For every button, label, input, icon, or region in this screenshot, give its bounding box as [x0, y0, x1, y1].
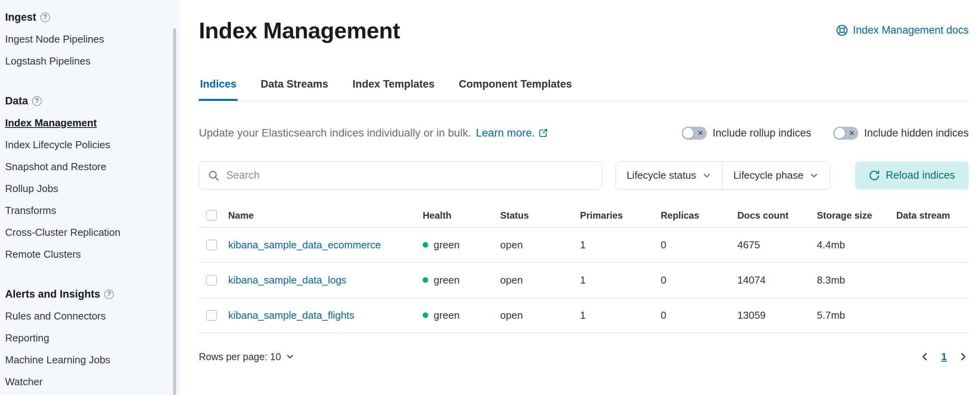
column-header-health: Health — [423, 205, 500, 228]
table-row: kibana_sample_data_logs green open 1 0 1… — [199, 262, 969, 298]
table-row: kibana_sample_data_flights green open 1 … — [199, 298, 969, 333]
sidebar-item-logstash-pipelines[interactable]: Logstash Pipelines — [5, 50, 168, 72]
status-cell: open — [500, 262, 580, 298]
tab-component-templates[interactable]: Component Templates — [458, 78, 573, 101]
reload-indices-button[interactable]: Reload indices — [855, 162, 969, 190]
learn-more-link[interactable]: Learn more. — [476, 127, 548, 139]
reload-indices-label: Reload indices — [886, 169, 955, 181]
column-header-docs-count: Docs count — [737, 205, 817, 228]
main-content: Index Management Index Management docs I… — [180, 0, 980, 395]
rollup-toggle-item: Include rollup indices — [682, 127, 811, 140]
sidebar-section-label: Ingest — [5, 11, 36, 23]
health-dot-icon — [423, 242, 428, 248]
sidebar-item-snapshot-and-restore[interactable]: Snapshot and Restore — [5, 156, 168, 178]
column-header-storage-size: Storage size — [817, 205, 896, 228]
filter-label: Lifecycle phase — [733, 169, 803, 181]
sidebar-item-remote-clusters[interactable]: Remote Clusters — [5, 243, 168, 265]
question-in-circle-icon[interactable]: ? — [104, 289, 114, 299]
sidebar-item-machine-learning-jobs[interactable]: Machine Learning Jobs — [5, 349, 168, 371]
storage-size-cell: 5.7mb — [817, 298, 896, 333]
select-all-checkbox[interactable] — [206, 210, 217, 221]
question-in-circle-icon[interactable]: ? — [40, 13, 50, 22]
row-checkbox[interactable] — [206, 240, 217, 250]
sidebar-section-label: Alerts and Insights — [5, 288, 100, 300]
row-checkbox[interactable] — [206, 275, 217, 285]
search-icon — [208, 170, 220, 181]
tab-bar: Indices Data Streams Index Templates Com… — [199, 78, 969, 101]
sidebar-scrollbar[interactable] — [173, 28, 176, 395]
hidden-toggle-item: Include hidden indices — [833, 127, 969, 140]
column-header-replicas: Replicas — [661, 205, 737, 228]
sidebar-item-rules-and-connectors[interactable]: Rules and Connectors — [5, 305, 168, 327]
tab-index-templates[interactable]: Index Templates — [351, 78, 436, 101]
health-label: green — [434, 274, 460, 286]
search-input[interactable] — [226, 169, 593, 181]
include-rollup-switch[interactable] — [682, 127, 707, 140]
chevron-down-icon — [702, 171, 712, 181]
table-header-row: Name Health Status Primaries Replicas Do… — [199, 205, 969, 228]
sidebar-item-reporting[interactable]: Reporting — [5, 327, 168, 349]
replicas-cell: 0 — [661, 227, 737, 262]
include-hidden-switch[interactable] — [833, 127, 858, 140]
chevron-down-icon — [809, 171, 819, 181]
column-header-primaries: Primaries — [580, 205, 661, 228]
health-dot-icon — [423, 277, 428, 283]
sidebar-item-watcher[interactable]: Watcher — [5, 371, 168, 393]
sidebar-section-label: Data — [5, 95, 28, 107]
primaries-cell: 1 — [580, 298, 661, 333]
sidebar-item-ingest-node-pipelines[interactable]: Ingest Node Pipelines — [5, 28, 168, 50]
lifecycle-phase-filter-button[interactable]: Lifecycle phase — [722, 162, 830, 189]
lifecycle-status-filter-button[interactable]: Lifecycle status — [616, 162, 722, 189]
page-title: Index Management — [199, 18, 400, 43]
row-checkbox[interactable] — [206, 310, 217, 321]
sidebar-item-index-lifecycle-policies[interactable]: Index Lifecycle Policies — [5, 134, 168, 156]
page-1-button[interactable]: 1 — [941, 351, 947, 363]
sidebar-section-title-data: Data ? — [5, 90, 168, 112]
sidebar-item-transforms[interactable]: Transforms — [5, 199, 168, 221]
sidebar-section-title-alerts: Alerts and Insights ? — [5, 283, 168, 305]
tab-data-streams[interactable]: Data Streams — [259, 78, 330, 101]
docs-count-cell: 4675 — [737, 227, 817, 262]
sidebar-section-data: Data ? Index Management Index Lifecycle … — [5, 90, 168, 265]
index-link[interactable]: kibana_sample_data_ecommerce — [228, 239, 381, 251]
external-link-icon — [539, 128, 548, 138]
storage-size-cell: 8.3mb — [817, 262, 896, 298]
status-cell: open — [500, 227, 580, 262]
life-ring-icon — [836, 24, 848, 36]
sidebar-item-rollup-jobs[interactable]: Rollup Jobs — [5, 178, 168, 199]
sidebar-item-cross-cluster-replication[interactable]: Cross-Cluster Replication — [5, 221, 168, 243]
index-link[interactable]: kibana_sample_data_logs — [228, 274, 346, 286]
docs-link[interactable]: Index Management docs — [836, 24, 969, 36]
page-header: Index Management Index Management docs — [199, 18, 969, 43]
index-link[interactable]: kibana_sample_data_flights — [228, 309, 354, 321]
replicas-cell: 0 — [661, 298, 737, 333]
column-header-status: Status — [500, 205, 580, 228]
health-label: green — [434, 309, 460, 321]
rows-per-page-button[interactable]: Rows per page: 10 — [199, 351, 295, 363]
replicas-cell: 0 — [661, 262, 737, 298]
switch-knob — [834, 128, 845, 138]
learn-more-label: Learn more. — [476, 127, 535, 139]
description-text: Update your Elasticsearch indices indivi… — [199, 127, 471, 139]
primaries-cell: 1 — [580, 227, 661, 262]
status-cell: open — [500, 298, 580, 333]
cross-icon — [849, 130, 855, 136]
next-page-button[interactable] — [958, 351, 969, 362]
cross-icon — [697, 130, 703, 136]
table-row: kibana_sample_data_ecommerce green open … — [199, 227, 969, 262]
hidden-toggle-label[interactable]: Include hidden indices — [864, 127, 969, 139]
previous-page-button[interactable] — [919, 351, 930, 362]
tab-indices[interactable]: Indices — [199, 78, 238, 101]
question-in-circle-icon[interactable]: ? — [32, 96, 42, 106]
controls-row: Lifecycle status Lifecycle phase — [199, 162, 969, 190]
rollup-toggle-label[interactable]: Include rollup indices — [713, 127, 811, 139]
docs-link-label: Index Management docs — [853, 24, 969, 36]
table-footer: Rows per page: 10 1 — [199, 351, 969, 363]
search-box — [199, 162, 602, 190]
health-cell: green — [423, 239, 497, 251]
sidebar-item-index-management[interactable]: Index Management — [5, 112, 168, 134]
data-stream-cell — [896, 298, 969, 333]
health-dot-icon — [423, 312, 428, 318]
chevron-down-icon — [285, 352, 295, 361]
pagination: 1 — [919, 351, 969, 363]
